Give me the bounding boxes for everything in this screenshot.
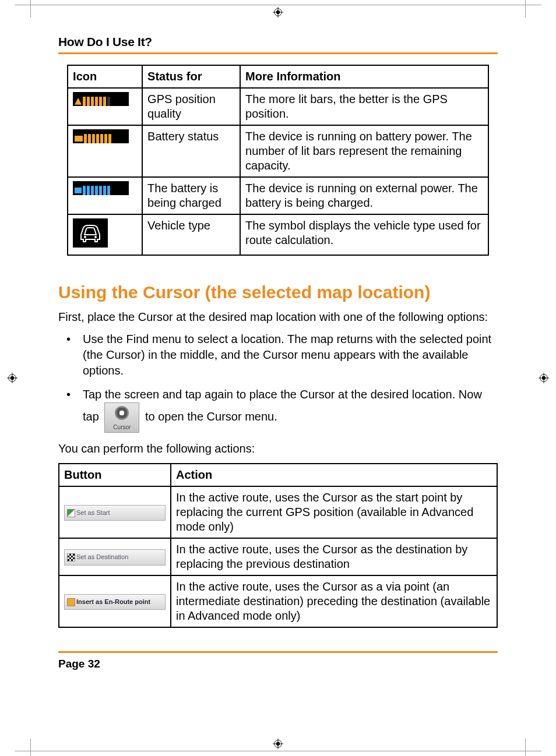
button-label: Set as Destination — [76, 553, 128, 560]
info-text: The symbol displays the vehicle type use… — [240, 214, 488, 255]
table-header: Button — [59, 464, 171, 486]
outro-paragraph: You can perform the following actions: — [58, 441, 498, 456]
status-icon-table: Icon Status for More Information GPS pos… — [67, 65, 489, 256]
cursor-button-icon: Cursor — [104, 402, 139, 433]
section-heading: Using the Cursor (the selected map locat… — [58, 282, 498, 302]
flag-orange-icon — [67, 598, 75, 606]
flag-green-icon — [67, 509, 75, 517]
set-as-start-button: Set as Start — [64, 505, 166, 521]
button-label: Set as Start — [76, 509, 110, 516]
crop-mark — [15, 751, 541, 751]
status-text: Vehicle type — [142, 214, 240, 255]
page-number: Page 32 — [58, 658, 498, 670]
status-text: The battery is being charged — [142, 177, 240, 214]
vehicle-type-icon — [73, 218, 108, 248]
crop-mark — [30, 0, 31, 17]
table-header: Icon — [68, 65, 142, 88]
crop-mark — [15, 5, 541, 5]
gps-quality-icon — [73, 92, 129, 106]
svg-point-16 — [84, 236, 86, 238]
bullet-list: Use the Find menu to select a location. … — [58, 331, 498, 433]
cursor-action-table: Button Action Set as Start In the active… — [58, 463, 498, 628]
intro-paragraph: First, place the Cursor at the desired m… — [58, 309, 498, 324]
status-text: Battery status — [142, 125, 240, 177]
set-as-destination-button: Set as Destination — [64, 549, 166, 566]
list-item: Tap the screen and tap again to place th… — [58, 387, 498, 433]
cursor-button-label: Cursor — [105, 423, 139, 432]
footer-divider — [58, 651, 498, 653]
table-row: Vehicle type The symbol displays the veh… — [68, 214, 488, 255]
list-item: Use the Find menu to select a location. … — [58, 331, 498, 379]
flag-checkered-icon — [67, 553, 75, 561]
svg-point-17 — [94, 236, 97, 238]
battery-charging-icon — [73, 181, 129, 195]
registration-mark-icon — [273, 7, 283, 17]
crop-mark — [525, 739, 526, 756]
info-text: The more lit bars, the better is the GPS… — [240, 88, 488, 125]
button-label: Insert as En-Route point — [76, 598, 150, 605]
crop-mark — [525, 0, 526, 17]
insert-en-route-button: Insert as En-Route point — [64, 594, 166, 610]
action-text: In the active route, uses the Cursor as … — [171, 575, 497, 627]
registration-mark-icon — [273, 739, 283, 749]
table-row: GPS position quality The more lit bars, … — [68, 88, 488, 125]
registration-mark-icon — [7, 373, 17, 383]
info-text: The device is running on battery power. … — [240, 125, 488, 177]
table-header: Action — [171, 464, 497, 486]
status-text: GPS position quality — [142, 88, 240, 125]
table-header: More Information — [240, 65, 488, 88]
registration-mark-icon — [539, 373, 549, 383]
table-row: The battery is being charged The device … — [68, 177, 488, 214]
battery-status-icon — [73, 129, 129, 143]
bullet-text-part: Tap the screen and tap again to place th… — [83, 388, 482, 423]
table-row: Battery status The device is running on … — [68, 125, 488, 177]
table-row: Insert as En-Route point In the active r… — [59, 575, 497, 627]
page-header-title: How Do I Use It? — [58, 35, 498, 49]
info-text: The device is running on external power.… — [240, 177, 488, 214]
action-text: In the active route, uses the Cursor as … — [171, 486, 497, 538]
action-text: In the active route, uses the Cursor as … — [171, 538, 497, 575]
table-row: Set as Start In the active route, uses t… — [59, 486, 497, 538]
bullet-text-part: to open the Cursor menu. — [145, 410, 277, 423]
table-row: Set as Destination In the active route, … — [59, 538, 497, 575]
table-header: Status for — [142, 65, 240, 88]
crop-mark — [30, 739, 31, 756]
header-divider — [58, 52, 498, 54]
